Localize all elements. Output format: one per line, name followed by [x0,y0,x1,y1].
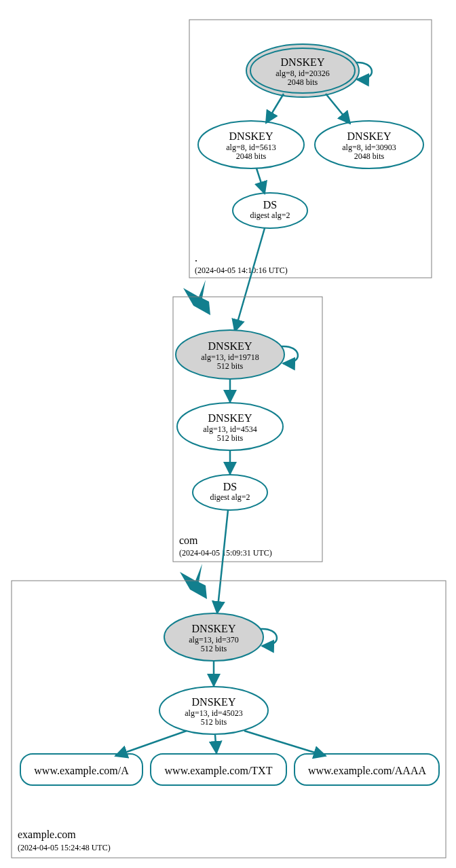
com-ds-title: DS [223,481,237,492]
node-rr-txt: www.example.com/TXT [151,754,286,785]
zone-root-name: . [195,252,197,264]
zone-com: com (2024-04-05 15:09:31 UTC) DNSKEY alg… [173,297,322,562]
ex-zsk-l3: 512 bits [201,717,227,727]
zone-root: . (2024-04-05 14:10:16 UTC) DNSKEY alg=8… [189,20,432,278]
node-com-ds: DS digest alg=2 [193,475,267,510]
node-rr-aaaa: www.example.com/AAAA [294,754,439,785]
com-zsk-l2: alg=13, id=4534 [203,424,257,434]
root-zsk1-title: DNSKEY [229,130,273,142]
rr-aaaa-label: www.example.com/AAAA [308,765,426,777]
delegation-arrow-com-example [180,564,207,599]
edge-rootksk-zsk1 [266,94,284,123]
edge-rootksk-zsk2 [326,94,350,124]
com-ksk-title: DNSKEY [208,340,252,352]
node-example-ksk: DNSKEY alg=13, id=370 512 bits [164,613,277,661]
ex-zsk-l2: alg=13, id=45023 [185,708,243,718]
node-root-ksk: DNSKEY alg=8, id=20326 2048 bits [246,44,372,97]
ex-zsk-title: DNSKEY [192,696,236,708]
zone-example-timestamp: (2024-04-05 15:24:48 UTC) [18,843,111,852]
com-zsk-l3: 512 bits [217,433,244,443]
root-zsk1-l2: alg=8, id=5613 [226,143,276,152]
zone-example-name: example.com [18,829,76,841]
com-ksk-l3: 512 bits [217,361,244,371]
edge-exzsk-txt [215,735,216,753]
root-zsk2-l2: alg=8, id=30903 [342,143,396,152]
root-zsk1-l3: 2048 bits [236,151,267,161]
edge-exzsk-aaaa [244,731,326,756]
root-ksk-l3: 2048 bits [288,77,318,87]
ex-ksk-l2: alg=13, id=370 [189,635,239,645]
com-ksk-l2: alg=13, id=19718 [201,352,259,362]
rr-a-label: www.example.com/A [34,765,129,777]
root-ksk-l2: alg=8, id=20326 [276,69,330,78]
zone-root-timestamp: (2024-04-05 14:10:16 UTC) [195,266,288,275]
root-zsk2-title: DNSKEY [347,130,392,142]
zone-com-name: com [179,535,198,546]
node-root-zsk2: DNSKEY alg=8, id=30903 2048 bits [315,121,423,168]
ex-ksk-l3: 512 bits [201,644,227,653]
node-root-ds: DS digest alg=2 [233,193,307,228]
zone-example: example.com (2024-04-05 15:24:48 UTC) DN… [12,581,446,858]
root-ksk-title: DNSKEY [281,56,325,68]
delegation-arrow-root-com [183,280,210,315]
rr-txt-label: www.example.com/TXT [165,765,273,777]
node-com-ksk: DNSKEY alg=13, id=19718 512 bits [176,330,298,379]
edge-rootds-comksk [235,228,265,331]
com-ds-l2: digest alg=2 [210,492,250,502]
node-root-zsk1: DNSKEY alg=8, id=5613 2048 bits [198,121,304,168]
node-com-zsk: DNSKEY alg=13, id=4534 512 bits [177,403,283,450]
ex-ksk-title: DNSKEY [192,623,236,634]
edge-exzsk-a [115,731,187,756]
root-ds-title: DS [263,199,277,211]
zone-com-timestamp: (2024-04-05 15:09:31 UTC) [179,548,272,558]
node-example-zsk: DNSKEY alg=13, id=45023 512 bits [159,687,268,734]
root-ds-l2: digest alg=2 [250,211,290,220]
edge-rootzsk1-ds [256,168,265,194]
com-zsk-title: DNSKEY [208,412,252,424]
root-zsk2-l3: 2048 bits [354,151,385,161]
node-rr-a: www.example.com/A [20,754,142,785]
